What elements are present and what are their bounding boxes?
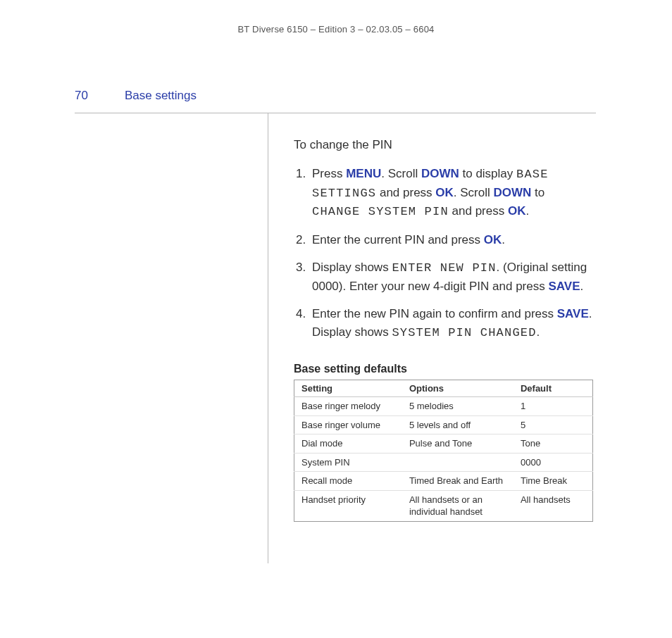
cell-options: 5 levels and off: [402, 415, 514, 434]
ok-key: OK: [484, 233, 502, 246]
table-row: Handset priority All handsets or an indi…: [294, 490, 593, 521]
menu-key: MENU: [346, 167, 381, 180]
table-header-row: Setting Options Default: [294, 380, 593, 397]
text: .: [502, 233, 505, 246]
lcd-enter-new-pin: ENTER NEW PIN: [392, 261, 496, 275]
col-setting: Setting: [294, 380, 402, 397]
down-key: DOWN: [494, 186, 532, 199]
text: and press: [449, 204, 508, 218]
section-title: Base settings: [125, 89, 197, 103]
save-key: SAVE: [557, 307, 589, 320]
table-row: Recall mode Timed Break and Earth Time B…: [294, 472, 593, 491]
cell-setting: Base ringer volume: [294, 415, 402, 434]
cell-setting: Base ringer melody: [294, 397, 402, 416]
text: .: [537, 325, 540, 339]
table-row: System PIN 0000: [294, 453, 593, 472]
cell-options: Timed Break and Earth: [402, 472, 514, 491]
text: Press: [312, 167, 346, 180]
lcd-change-system-pin: CHANGE SYSTEM PIN: [312, 205, 449, 218]
col-options: Options: [402, 380, 514, 397]
step-3: Display shows ENTER NEW PIN. (Original s…: [309, 258, 596, 295]
defaults-heading: Base setting defaults: [294, 363, 596, 375]
cell-setting: Recall mode: [294, 472, 402, 491]
intro-text: To change the PIN: [294, 138, 596, 152]
step-1: Press MENU. Scroll DOWN to display BASE …: [309, 165, 596, 221]
step-4: Enter the new PIN again to confirm and p…: [309, 305, 596, 342]
text: . Scroll: [381, 167, 421, 180]
cell-default: 1: [514, 397, 593, 416]
save-key: SAVE: [548, 280, 580, 293]
cell-options: 5 melodies: [402, 397, 514, 416]
text: and press: [376, 186, 435, 199]
cell-default: 5: [514, 415, 593, 434]
cell-options: All handsets or an individual handset: [402, 490, 514, 521]
defaults-table: Setting Options Default Base ringer melo…: [294, 380, 593, 522]
text: Display shows: [312, 261, 392, 274]
text: .: [580, 280, 584, 293]
page-header: 70 Base settings: [75, 89, 596, 113]
running-header: BT Diverse 6150 – Edition 3 – 02.03.05 –…: [0, 24, 672, 35]
text: .: [525, 204, 529, 218]
cell-setting: System PIN: [294, 453, 402, 472]
cell-default: 0000: [514, 453, 593, 472]
step-2: Enter the current PIN and press OK.: [309, 231, 596, 249]
page-number: 70: [75, 89, 88, 103]
text: Enter the new PIN again to confirm and p…: [312, 307, 557, 320]
table-row: Dial mode Pulse and Tone Tone: [294, 434, 593, 454]
cell-setting: Dial mode: [294, 434, 402, 454]
down-key: DOWN: [421, 167, 459, 180]
cell-default: Tone: [514, 434, 593, 454]
text: Enter the current PIN and press: [312, 233, 484, 246]
text: . Scroll: [454, 186, 494, 199]
cell-options: Pulse and Tone: [402, 434, 514, 454]
cell-default: All handsets: [514, 490, 593, 521]
cell-setting: Handset priority: [294, 490, 402, 521]
steps-list: Press MENU. Scroll DOWN to display BASE …: [294, 165, 596, 342]
lcd-system-pin-changed: SYSTEM PIN CHANGED: [392, 326, 536, 339]
ok-key: OK: [435, 186, 454, 199]
text: to: [531, 186, 545, 199]
table-row: Base ringer volume 5 levels and off 5: [294, 415, 593, 434]
document-page: BT Diverse 6150 – Edition 3 – 02.03.05 –…: [0, 0, 672, 638]
main-content: To change the PIN Press MENU. Scroll DOW…: [268, 113, 596, 563]
cell-default: Time Break: [514, 472, 593, 491]
ok-key: OK: [508, 204, 526, 218]
cell-options: [402, 453, 514, 472]
col-default: Default: [514, 380, 593, 397]
table-row: Base ringer melody 5 melodies 1: [294, 397, 593, 416]
text: to display: [459, 167, 516, 180]
